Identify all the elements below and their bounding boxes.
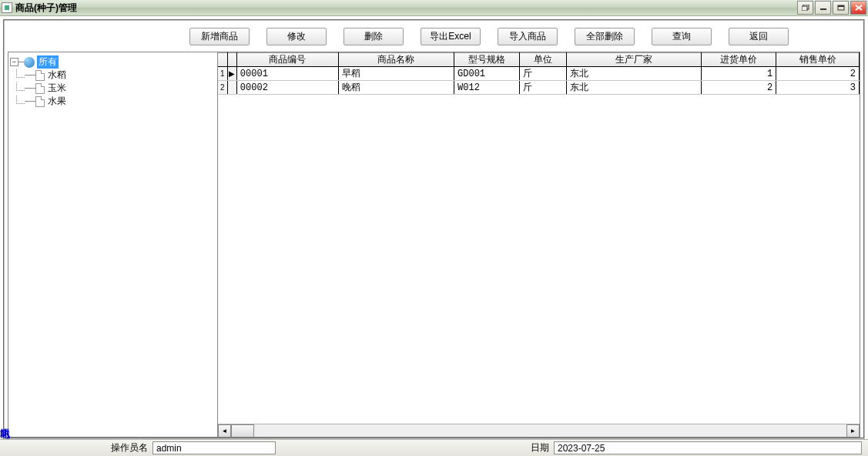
tree-node[interactable]: 玉米 — [10, 82, 216, 95]
col-unit[interactable]: 单位 — [520, 53, 567, 67]
table-row[interactable]: 1▶00001早稻GD001斤东北12 — [218, 67, 860, 81]
operator-label: 操作员名 — [111, 441, 148, 454]
app-icon — [2, 2, 12, 13]
scroll-right-button[interactable]: ► — [846, 424, 860, 438]
minimize-button[interactable] — [815, 1, 831, 15]
document-icon — [35, 96, 45, 107]
globe-icon — [24, 57, 35, 68]
close-icon — [855, 5, 863, 11]
query-button[interactable]: 查询 — [652, 28, 712, 45]
restore-down-button[interactable] — [797, 1, 813, 15]
tree-node-label: 玉米 — [48, 82, 66, 95]
col-id[interactable]: 商品编号 — [236, 53, 338, 67]
delete-button[interactable]: 删除 — [344, 28, 404, 45]
edit-button[interactable]: 修改 — [266, 28, 327, 45]
operator-value: admin — [152, 441, 276, 454]
restore-icon — [802, 5, 809, 11]
tree-root-label[interactable]: 所有 — [37, 55, 59, 69]
back-button[interactable]: 返回 — [729, 28, 789, 45]
grid-horizontal-scrollbar[interactable]: ◄ ► — [218, 424, 860, 437]
document-icon — [35, 83, 45, 94]
table-row[interactable]: 200002晚稻W012斤东北23 — [218, 81, 860, 95]
date-value: 2023-07-25 — [554, 441, 862, 454]
col-name[interactable]: 商品名称 — [338, 53, 454, 67]
tree-node[interactable]: 水果 — [10, 95, 216, 108]
tree-node-label: 水稻 — [48, 69, 66, 82]
export-button[interactable]: 导出Excel — [421, 28, 481, 45]
toolbar: 新增商品 修改 删除 导出Excel 导入商品 全部删除 查询 返回 — [5, 21, 863, 52]
category-tree[interactable]: − 所有 水稻玉米水果 — [8, 52, 217, 438]
tree-root[interactable]: − 所有 — [10, 55, 216, 69]
add-button[interactable]: 新增商品 — [189, 28, 250, 45]
tree-node-label: 水果 — [48, 95, 66, 108]
maximize-icon — [837, 5, 845, 11]
product-grid[interactable]: 商品编号 商品名称 型号规格 单位 生产厂家 进货单价 销售单价 1▶00001… — [217, 52, 860, 438]
document-icon — [35, 70, 45, 81]
close-button[interactable] — [850, 1, 866, 15]
window-title: 商品(种子)管理 — [15, 2, 796, 15]
maximize-button[interactable] — [833, 1, 849, 15]
grid-header-row: 商品编号 商品名称 型号规格 单位 生产厂家 进货单价 销售单价 — [218, 53, 860, 67]
tree-node[interactable]: 水稻 — [10, 69, 216, 82]
svg-rect-1 — [802, 6, 807, 11]
col-pout[interactable]: 销售单价 — [776, 53, 860, 67]
col-spec[interactable]: 型号规格 — [454, 53, 520, 67]
date-label: 日期 — [531, 441, 549, 454]
status-bar: 操作员名 admin 日期 2023-07-25 — [0, 439, 868, 456]
title-bar: 商品(种子)管理 — [0, 0, 868, 16]
import-button[interactable]: 导入商品 — [498, 28, 558, 45]
col-pin[interactable]: 进货单价 — [701, 53, 776, 67]
collapse-icon[interactable]: − — [10, 58, 18, 66]
delete-all-button[interactable]: 全部删除 — [575, 28, 635, 45]
scroll-left-button[interactable]: ◄ — [218, 424, 231, 438]
scroll-thumb[interactable] — [231, 424, 254, 438]
col-maker[interactable]: 生产厂家 — [567, 53, 702, 67]
minimize-icon — [819, 5, 827, 11]
